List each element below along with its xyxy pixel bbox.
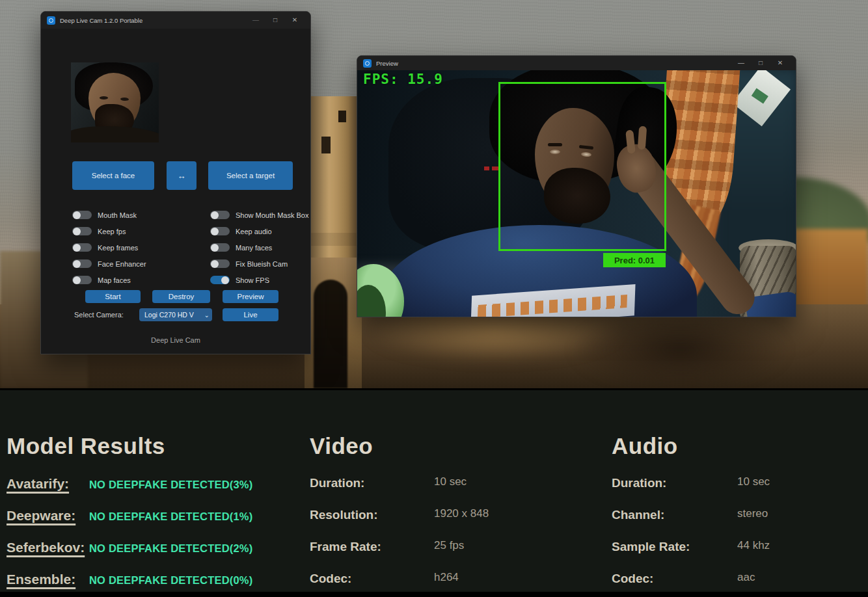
audio-duration-label: Duration: [612, 476, 737, 490]
preview-titlebar[interactable]: Preview — □ ✕ [357, 56, 796, 70]
video-framerate-label: Frame Rate: [310, 540, 434, 554]
toggle-knob [73, 276, 81, 284]
toggle-knob [73, 244, 81, 252]
select-target-button[interactable]: Select a target [208, 161, 293, 190]
select-camera-label: Select Camera: [74, 311, 124, 319]
toggle-label: Face Enhancer [98, 260, 146, 268]
toggle-switch[interactable] [210, 259, 230, 268]
model-link-deepware[interactable]: Deepware: [7, 508, 89, 524]
toggle-many-faces[interactable]: Many faces [210, 239, 311, 256]
preview-window: Preview — □ ✕ [357, 55, 796, 317]
painting-ruin-tower [310, 96, 358, 260]
minimize-button[interactable]: — [731, 56, 751, 70]
video-resolution-value: 1920 x 848 [434, 507, 489, 520]
toggle-switch[interactable] [72, 276, 92, 284]
minimize-button[interactable]: — [246, 12, 265, 29]
toggle-map-faces[interactable]: Map faces [72, 272, 209, 288]
app-window-title: Deep Live Cam 1.2.0 Portable [60, 17, 142, 24]
start-button[interactable]: Start [85, 290, 141, 303]
toggle-mouth-mask[interactable]: Mouth Mask [72, 207, 209, 223]
video-codec-value: h264 [434, 571, 459, 584]
toggle-column-left: Mouth Mask Keep fps Keep frames Face Enh… [72, 207, 209, 288]
results-panel: Model Results Avatarify: NO DEEPFAKE DET… [0, 388, 868, 597]
select-face-button[interactable]: Select a face [72, 161, 154, 190]
toggle-label: Fix Blueish Cam [236, 260, 288, 268]
model-results-title: Model Results [7, 433, 252, 459]
model-link-avatarify[interactable]: Avatarify: [7, 476, 89, 492]
maximize-button[interactable]: □ [751, 56, 770, 70]
toggle-switch[interactable] [210, 276, 230, 284]
toggle-show-fps[interactable]: Show FPS [210, 272, 311, 288]
painting-arch-opening [314, 280, 347, 388]
close-button[interactable]: ✕ [770, 56, 790, 70]
screen: Deep Live Cam 1.2.0 Portable — □ ✕ Selec… [0, 0, 868, 597]
thumbnail-eye [100, 96, 108, 100]
model-result-value: NO DEEPFAKE DETECTED(0%) [89, 574, 252, 587]
toggle-label: Show Mouth Mask Box [236, 211, 309, 219]
audio-codec-label: Codec: [612, 572, 737, 586]
audio-codec-value: aac [737, 571, 755, 584]
swap-faces-button[interactable]: ↔ [167, 161, 197, 190]
app-icon [47, 16, 55, 25]
model-result-row: Seferbekov: NO DEEPFAKE DETECTED(2%) [7, 540, 252, 555]
video-info-row: Codec: h264 [310, 572, 489, 586]
app-footer-text: Deep Live Cam [41, 336, 310, 344]
red-indicator-marks [484, 166, 498, 170]
bottom-black-strip [0, 592, 868, 597]
window-controls: — □ ✕ [731, 56, 790, 70]
prediction-badge: Pred: 0.01 [603, 253, 666, 267]
toggle-switch[interactable] [72, 259, 92, 268]
model-result-row: Deepware: NO DEEPFAKE DETECTED(1%) [7, 508, 252, 524]
model-result-row: Avatarify: NO DEEPFAKE DETECTED(3%) [7, 476, 252, 492]
toggle-label: Keep fps [98, 228, 126, 235]
source-face-thumbnail [71, 62, 159, 142]
toggle-keep-frames[interactable]: Keep frames [72, 239, 209, 256]
toggle-keep-audio[interactable]: Keep audio [210, 223, 311, 239]
toggle-face-enhancer[interactable]: Face Enhancer [72, 256, 209, 272]
camera-dropdown[interactable]: Logi C270 HD V ⌄ [139, 308, 212, 321]
audio-samplerate-value: 44 khz [737, 539, 770, 552]
audio-section-title: Audio [612, 433, 770, 459]
audio-info-row: Channel: stereo [612, 508, 770, 522]
close-button[interactable]: ✕ [285, 12, 305, 29]
model-result-value: NO DEEPFAKE DETECTED(2%) [89, 542, 252, 555]
toggle-switch[interactable] [72, 227, 92, 235]
face-detection-box [498, 82, 666, 251]
fps-overlay: FPS: 15.9 [363, 72, 443, 87]
model-link-ensemble[interactable]: Ensemble: [7, 572, 89, 587]
model-result-value: NO DEEPFAKE DETECTED(1%) [89, 511, 252, 523]
toggle-knob [221, 276, 229, 284]
toggle-switch[interactable] [210, 211, 230, 219]
video-resolution-label: Resolution: [310, 508, 434, 522]
toggle-column-right: Show Mouth Mask Box Keep audio Many face… [210, 207, 311, 288]
audio-info-row: Sample Rate: 44 khz [612, 540, 770, 554]
video-framerate-value: 25 fps [434, 539, 464, 552]
model-link-seferbekov[interactable]: Seferbekov: [7, 540, 89, 555]
painting-ground-shadow [573, 311, 787, 388]
video-info-row: Duration: 10 sec [310, 476, 489, 490]
app-titlebar[interactable]: Deep Live Cam 1.2.0 Portable — □ ✕ [41, 12, 310, 29]
audio-info-section: Audio Duration: 10 sec Channel: stereo S… [612, 433, 770, 597]
toggle-knob [211, 228, 219, 235]
maximize-button[interactable]: □ [265, 12, 285, 29]
toggle-switch[interactable] [210, 227, 230, 235]
toggle-switch[interactable] [210, 243, 230, 252]
toggle-show-mouth-mask-box[interactable]: Show Mouth Mask Box [210, 207, 311, 223]
webcam-feed: Pred: 0.01 FPS: 15.9 [357, 70, 796, 317]
toggle-switch[interactable] [72, 243, 92, 252]
toggle-label: Mouth Mask [98, 211, 137, 219]
live-button[interactable]: Live [223, 308, 278, 321]
video-info-section: Video Duration: 10 sec Resolution: 1920 … [310, 433, 489, 597]
toggle-knob [211, 211, 219, 219]
deep-live-cam-window: Deep Live Cam 1.2.0 Portable — □ ✕ Selec… [40, 11, 311, 354]
model-result-value: NO DEEPFAKE DETECTED(3%) [89, 479, 252, 491]
toggle-fix-blueish-cam[interactable]: Fix Blueish Cam [210, 256, 311, 272]
audio-info-row: Duration: 10 sec [612, 476, 770, 490]
toggle-switch[interactable] [72, 211, 92, 219]
toggle-keep-fps[interactable]: Keep fps [72, 223, 209, 239]
toggle-knob [211, 260, 219, 268]
audio-samplerate-label: Sample Rate: [612, 540, 737, 554]
preview-button[interactable]: Preview [223, 290, 278, 303]
destroy-button[interactable]: Destroy [152, 290, 210, 303]
toggle-label: Keep audio [236, 228, 272, 235]
